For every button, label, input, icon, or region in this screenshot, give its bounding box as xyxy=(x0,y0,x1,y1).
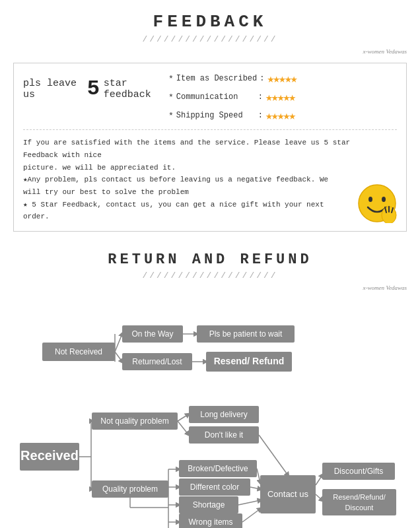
bullet-1: * xyxy=(168,74,174,84)
return-refund-section: RETURN AND REFUND /////////////////// x-… xyxy=(0,245,420,528)
resend-refund-label: Resend/ Refund xyxy=(214,356,285,366)
quality-problem-label: Quality problem xyxy=(102,484,158,494)
discount-gifts-label: Discount/Gifts xyxy=(334,467,384,476)
svg-line-49 xyxy=(316,494,322,500)
flowchart: Not Received On the Way Pls be patient t… xyxy=(13,306,407,528)
shortage-label: Shortage xyxy=(193,500,225,510)
colon-1: : xyxy=(260,74,264,83)
rating-label-item-described: Item as Described xyxy=(176,74,257,83)
return-refund-title: RETURN AND REFUND xyxy=(13,251,407,268)
on-the-way-label: On the Way xyxy=(132,329,174,339)
svg-point-1 xyxy=(368,197,372,202)
feedback-divider: /////////////////// xyxy=(13,34,407,44)
feedback-box: pls leave us 5 star feedback * Item as D… xyxy=(13,63,407,232)
return-brand-sup: x-women xyxy=(363,284,385,291)
emoji-icon xyxy=(357,183,397,223)
colon-2: : xyxy=(258,92,263,102)
resend-refund-discount-label: Resend/Refund/ xyxy=(333,493,386,501)
svg-line-23 xyxy=(178,421,188,434)
svg-line-41 xyxy=(257,469,260,482)
svg-line-48 xyxy=(316,475,322,485)
received-label: Received xyxy=(20,448,79,463)
body-line1: If you are satisfied with the items and … xyxy=(23,137,352,161)
rating-row-shipping: * Shipping Speed : ★★★★★ xyxy=(168,108,397,123)
not-received-label: Not Received xyxy=(55,347,102,356)
feedback-body-inner: If you are satisfied with the items and … xyxy=(23,137,397,223)
feedback-section: FEEDBACK /////////////////// x-women Ved… xyxy=(0,0,420,245)
cta-left: pls leave us xyxy=(23,78,83,100)
rating-row-item-described: * Item as Described : ★★★★★ xyxy=(168,71,397,86)
feedback-cta: pls leave us 5 star feedback xyxy=(23,71,168,101)
rating-label-shipping: Shipping Speed xyxy=(176,111,256,120)
svg-line-14 xyxy=(115,334,122,352)
rating-row-communication: * Communication : ★★★★★ xyxy=(168,90,397,104)
feedback-brand: x-women Vedawas xyxy=(13,48,407,57)
svg-line-43 xyxy=(238,500,260,505)
wrong-items-label: Wrong items xyxy=(188,517,232,527)
feedback-body: If you are satisfied with the items and … xyxy=(23,137,397,223)
body-line5: ★ 5 Star Feedback, contact us, you can g… xyxy=(23,199,352,223)
brand-sup: x-women xyxy=(363,48,385,55)
body-line3: ★Any problem, pls contact us before leav… xyxy=(23,174,352,186)
feedback-title: FEEDBACK xyxy=(13,12,407,32)
stars-communication: ★★★★★ xyxy=(265,90,295,104)
cta-five: 5 xyxy=(87,77,100,101)
bullet-2: * xyxy=(168,92,174,102)
pls-wait-label: Pls be patient to wait xyxy=(209,329,283,339)
feedback-ratings: * Item as Described : ★★★★★ * Communicat… xyxy=(168,71,397,123)
return-refund-divider: /////////////////// xyxy=(13,271,407,280)
colon-3: : xyxy=(258,111,263,120)
return-brand: x-women Vedawas xyxy=(13,284,407,294)
returned-lost-label: Returned/Lost xyxy=(132,357,182,366)
svg-line-50 xyxy=(259,435,288,475)
body-line4: will try our best to solve the problem xyxy=(23,186,352,199)
feedback-top: pls leave us 5 star feedback * Item as D… xyxy=(23,71,397,130)
not-quality-label: Not quality problem xyxy=(100,416,168,426)
svg-line-44 xyxy=(242,509,260,522)
bullet-3: * xyxy=(168,111,174,121)
dont-like-label: Don't like it xyxy=(205,430,244,440)
contact-us-label: Contact us xyxy=(267,489,309,499)
rating-label-communication: Communication xyxy=(176,92,256,102)
svg-point-2 xyxy=(382,197,386,202)
stars-shipping: ★★★★★ xyxy=(265,108,295,123)
svg-line-42 xyxy=(250,487,260,489)
different-color-label: Different color xyxy=(190,482,239,492)
feedback-text: If you are satisfied with the items and … xyxy=(23,137,352,223)
long-delivery-label: Long delivery xyxy=(200,410,247,419)
svg-line-21 xyxy=(178,414,188,421)
svg-text:Discount: Discount xyxy=(345,504,374,512)
body-line2: picture. we will be appreciated it. xyxy=(23,162,352,174)
cta-right: star feedback xyxy=(104,78,168,100)
broken-label: Broken/Defective xyxy=(188,464,248,473)
stars-item-described: ★★★★★ xyxy=(267,71,296,86)
svg-line-15 xyxy=(115,352,122,362)
